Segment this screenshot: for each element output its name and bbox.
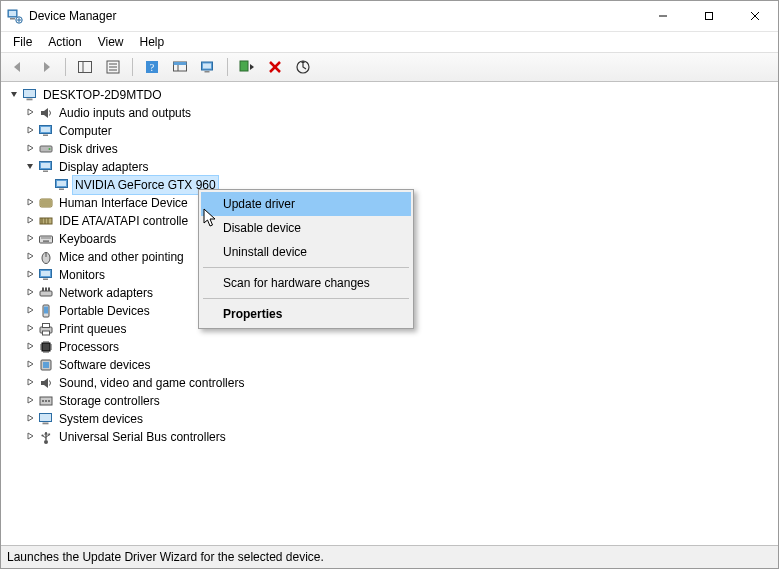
svg-rect-94 xyxy=(48,434,50,436)
expander-closed-icon[interactable] xyxy=(23,194,37,212)
svg-point-86 xyxy=(42,400,44,402)
expander-closed-icon[interactable] xyxy=(23,212,37,230)
menu-action[interactable]: Action xyxy=(40,33,89,51)
storage-controller-icon xyxy=(37,393,55,409)
monitor-icon xyxy=(37,267,55,283)
expander-closed-icon[interactable] xyxy=(23,284,37,302)
context-menu-uninstall-device[interactable]: Uninstall device xyxy=(201,240,411,264)
window-title: Device Manager xyxy=(29,9,116,23)
monitor-icon xyxy=(37,123,55,139)
context-menu-separator xyxy=(203,267,409,268)
portable-device-icon xyxy=(37,303,55,319)
context-menu: Update driver Disable device Uninstall d… xyxy=(198,189,414,329)
expander-open-icon[interactable] xyxy=(7,86,21,104)
toolbar-help-button[interactable]: ? xyxy=(139,55,165,79)
usb-icon xyxy=(37,429,55,445)
app-icon xyxy=(7,8,23,24)
svg-rect-22 xyxy=(203,64,211,69)
expander-closed-icon[interactable] xyxy=(23,428,37,446)
expander-closed-icon[interactable] xyxy=(23,320,37,338)
expander-closed-icon[interactable] xyxy=(23,302,37,320)
svg-rect-59 xyxy=(41,271,50,276)
expander-closed-icon[interactable] xyxy=(23,410,37,428)
toolbar-separator xyxy=(227,58,228,76)
ide-icon xyxy=(37,213,55,229)
svg-rect-36 xyxy=(41,163,50,168)
toolbar-scan-button[interactable] xyxy=(290,55,316,79)
software-device-icon xyxy=(37,357,55,373)
expander-closed-icon[interactable] xyxy=(23,374,37,392)
expander-closed-icon[interactable] xyxy=(23,122,37,140)
display-adapter-icon xyxy=(53,177,71,193)
tree-item-computer[interactable]: Computer xyxy=(1,122,778,140)
menu-help[interactable]: Help xyxy=(132,33,173,51)
expander-closed-icon[interactable] xyxy=(23,248,37,266)
toolbar-back-button[interactable] xyxy=(5,55,31,79)
toolbar-properties-button[interactable] xyxy=(100,55,126,79)
status-text: Launches the Update Driver Wizard for th… xyxy=(7,550,324,564)
tree-item-disk[interactable]: Disk drives xyxy=(1,140,778,158)
expander-closed-icon[interactable] xyxy=(23,392,37,410)
toolbar-separator xyxy=(65,58,66,76)
toolbar-separator xyxy=(132,58,133,76)
system-device-icon xyxy=(37,411,55,427)
minimize-button[interactable] xyxy=(640,1,686,31)
expander-open-icon[interactable] xyxy=(23,158,37,176)
svg-point-91 xyxy=(44,440,48,444)
svg-rect-84 xyxy=(43,362,49,368)
svg-point-96 xyxy=(41,434,43,436)
expander-closed-icon[interactable] xyxy=(23,230,37,248)
keyboard-icon xyxy=(37,231,55,247)
svg-point-53 xyxy=(47,237,48,238)
tree-item-sound[interactable]: Sound, video and game controllers xyxy=(1,374,778,392)
context-menu-disable-device[interactable]: Disable device xyxy=(201,216,411,240)
toolbar-update-driver-button[interactable] xyxy=(195,55,221,79)
context-menu-separator xyxy=(203,298,409,299)
tree-item-software[interactable]: Software devices xyxy=(1,356,778,374)
svg-rect-2 xyxy=(10,18,15,20)
svg-rect-70 xyxy=(42,343,50,351)
svg-rect-32 xyxy=(43,135,48,137)
svg-rect-60 xyxy=(43,279,48,281)
toolbar-enable-button[interactable] xyxy=(234,55,260,79)
close-button[interactable] xyxy=(732,1,778,31)
menu-view[interactable]: View xyxy=(90,33,132,51)
svg-rect-19 xyxy=(174,62,187,65)
toolbar-show-hide-tree-button[interactable] xyxy=(72,55,98,79)
tree-item-storage[interactable]: Storage controllers xyxy=(1,392,778,410)
maximize-button[interactable] xyxy=(686,1,732,31)
tree-item-usb[interactable]: Universal Serial Bus controllers xyxy=(1,428,778,446)
toolbar-forward-button[interactable] xyxy=(33,55,59,79)
tree-item-audio[interactable]: Audio inputs and outputs xyxy=(1,104,778,122)
display-adapter-icon xyxy=(37,159,55,175)
expander-closed-icon[interactable] xyxy=(23,338,37,356)
tree-item-processors[interactable]: Processors xyxy=(1,338,778,356)
svg-rect-37 xyxy=(43,171,48,173)
expander-closed-icon[interactable] xyxy=(23,104,37,122)
toolbar-uninstall-button[interactable] xyxy=(262,55,288,79)
svg-rect-1 xyxy=(9,11,16,16)
toolbar-action-center-button[interactable] xyxy=(167,55,193,79)
svg-rect-64 xyxy=(48,288,50,292)
toolbar: ? xyxy=(1,52,778,82)
context-menu-update-driver[interactable]: Update driver xyxy=(201,192,411,216)
device-manager-window: Device Manager File Action View Help xyxy=(0,0,779,569)
menu-file[interactable]: File xyxy=(5,33,40,51)
svg-rect-89 xyxy=(40,414,52,422)
context-menu-scan[interactable]: Scan for hardware changes xyxy=(201,271,411,295)
status-bar: Launches the Update Driver Wizard for th… xyxy=(1,545,778,568)
hid-icon xyxy=(37,195,55,211)
tree-root[interactable]: DESKTOP-2D9MTDO xyxy=(1,86,778,104)
svg-rect-90 xyxy=(43,423,49,425)
tree-item-system[interactable]: System devices xyxy=(1,410,778,428)
expander-closed-icon[interactable] xyxy=(23,140,37,158)
expander-closed-icon[interactable] xyxy=(23,356,37,374)
tree-item-display[interactable]: Display adapters xyxy=(1,158,778,176)
svg-rect-66 xyxy=(44,307,48,314)
expander-closed-icon[interactable] xyxy=(23,266,37,284)
svg-rect-10 xyxy=(79,62,92,73)
speaker-icon xyxy=(37,375,55,391)
computer-icon xyxy=(21,87,39,103)
context-menu-properties[interactable]: Properties xyxy=(201,302,411,326)
svg-rect-24 xyxy=(240,61,248,71)
